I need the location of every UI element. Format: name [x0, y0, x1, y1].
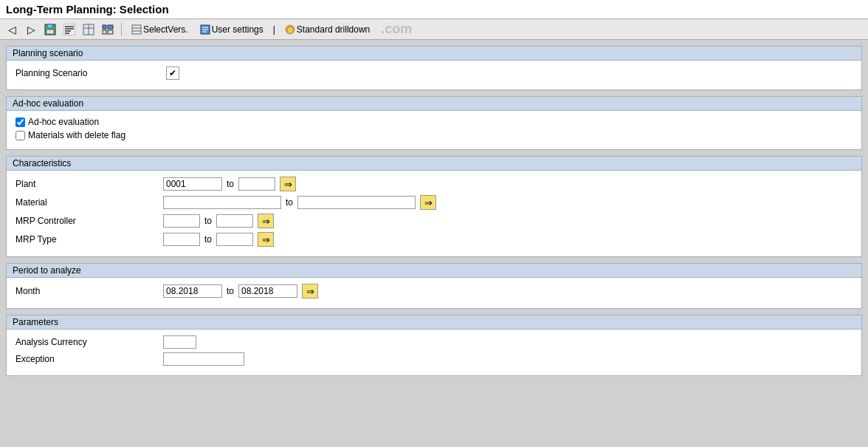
period-to-analyze-section: Period to analyze Month to ⇒	[6, 263, 862, 309]
plant-arrow-btn[interactable]: ⇒	[280, 177, 296, 191]
svg-rect-1	[47, 24, 52, 28]
forward-icon[interactable]: ▷	[24, 22, 38, 37]
select-vers-btn[interactable]: SelectVers.	[128, 23, 192, 36]
svg-rect-12	[108, 25, 113, 29]
separator-pipe: |	[273, 24, 275, 35]
title-bar: Long-Term Planning: Selection	[0, 0, 868, 19]
mrp-controller-arrow-btn[interactable]: ⇒	[258, 214, 274, 228]
mrp-controller-to-label: to	[204, 216, 212, 226]
separator-1	[121, 23, 122, 36]
exception-row: Exception	[16, 352, 852, 366]
adhoc-evaluation-label: Ad-hoc evaluation	[28, 117, 99, 127]
period-to-analyze-body: Month to ⇒	[7, 278, 861, 308]
adhoc-evaluation-header: Ad-hoc evaluation	[7, 97, 861, 111]
mrp-type-to-input[interactable]	[216, 233, 253, 246]
material-arrow-btn[interactable]: ⇒	[420, 195, 436, 210]
characteristics-section: Characteristics Plant to ⇒ Material to ⇒…	[6, 156, 862, 257]
month-to-label: to	[227, 286, 234, 296]
plant-to-label: to	[227, 179, 234, 189]
planning-scenario-body: Planning Scenario ✔	[7, 61, 861, 89]
material-to-input[interactable]	[297, 196, 416, 209]
exception-input[interactable]	[163, 352, 244, 366]
planning-scenario-checkbox[interactable]: ✔	[166, 66, 179, 80]
month-to-input[interactable]	[238, 284, 297, 298]
month-from-input[interactable]	[163, 284, 222, 298]
planning-scenario-row: Planning Scenario ✔	[16, 66, 852, 80]
period-to-analyze-header: Period to analyze	[7, 264, 861, 278]
standard-drilldown-btn[interactable]: ⚙ Standard drilldown	[281, 23, 373, 36]
adhoc-evaluation-row: Ad-hoc evaluation	[16, 117, 852, 127]
svg-text:⚙: ⚙	[287, 27, 293, 34]
mrp-type-arrow-btn[interactable]: ⇒	[258, 232, 274, 247]
planning-scenario-header: Planning scenario	[7, 47, 861, 61]
svg-rect-15	[132, 25, 141, 34]
characteristics-header: Characteristics	[7, 157, 861, 171]
adhoc-evaluation-section: Ad-hoc evaluation Ad-hoc evaluation Mate…	[6, 96, 862, 150]
plant-label: Plant	[16, 179, 163, 189]
materials-delete-flag-row: Materials with delete flag	[16, 130, 852, 140]
save-icon[interactable]	[43, 22, 58, 37]
month-row: Month to ⇒	[16, 284, 852, 298]
watermark: .com	[381, 21, 412, 37]
toolbar: ◁ ▷ SelectVers. User settings | ⚙ Standa…	[0, 19, 868, 40]
mrp-controller-to-input[interactable]	[216, 214, 253, 228]
analysis-currency-label: Analysis Currency	[16, 337, 163, 347]
characteristics-body: Plant to ⇒ Material to ⇒ MRP Controller …	[7, 171, 861, 256]
extra-icon[interactable]	[100, 22, 115, 37]
material-row: Material to ⇒	[16, 195, 852, 210]
analysis-currency-row: Analysis Currency	[16, 335, 852, 349]
mrp-type-to-label: to	[204, 234, 212, 245]
mrp-type-row: MRP Type to ⇒	[16, 232, 852, 247]
materials-delete-flag-checkbox[interactable]	[16, 131, 25, 140]
exception-label: Exception	[16, 354, 163, 364]
adhoc-evaluation-checkbox[interactable]	[16, 117, 25, 127]
material-label: Material	[16, 197, 163, 208]
month-arrow-btn[interactable]: ⇒	[302, 284, 318, 298]
mrp-controller-row: MRP Controller to ⇒	[16, 214, 852, 228]
material-from-input[interactable]	[163, 196, 281, 209]
find-icon[interactable]	[62, 22, 77, 37]
main-content: Planning scenario Planning Scenario ✔ Ad…	[0, 40, 868, 388]
user-settings-btn[interactable]: User settings	[196, 23, 267, 36]
parameters-header: Parameters	[7, 315, 861, 330]
svg-rect-13	[103, 30, 106, 34]
parameters-body: Analysis Currency Exception	[7, 330, 861, 375]
planning-scenario-label: Planning Scenario	[16, 68, 163, 78]
material-to-label: to	[286, 197, 293, 208]
svg-rect-14	[108, 30, 113, 34]
table-icon[interactable]	[81, 22, 96, 37]
mrp-controller-label: MRP Controller	[16, 216, 163, 226]
adhoc-evaluation-body: Ad-hoc evaluation Materials with delete …	[7, 111, 861, 149]
back-icon[interactable]: ◁	[4, 22, 19, 37]
mrp-type-label: MRP Type	[16, 234, 163, 245]
analysis-currency-input[interactable]	[163, 335, 196, 349]
mrp-type-from-input[interactable]	[163, 233, 200, 246]
svg-rect-11	[103, 25, 106, 29]
planning-scenario-section: Planning scenario Planning Scenario ✔	[6, 46, 862, 90]
plant-to-input[interactable]	[238, 177, 275, 191]
mrp-controller-from-input[interactable]	[163, 214, 200, 228]
plant-from-input[interactable]	[163, 177, 222, 191]
plant-row: Plant to ⇒	[16, 177, 852, 191]
parameters-section: Parameters Analysis Currency Exception	[6, 315, 862, 376]
svg-rect-2	[46, 30, 54, 34]
page-title: Long-Term Planning: Selection	[6, 3, 169, 16]
month-label: Month	[16, 286, 163, 296]
materials-delete-flag-label: Materials with delete flag	[28, 130, 125, 140]
